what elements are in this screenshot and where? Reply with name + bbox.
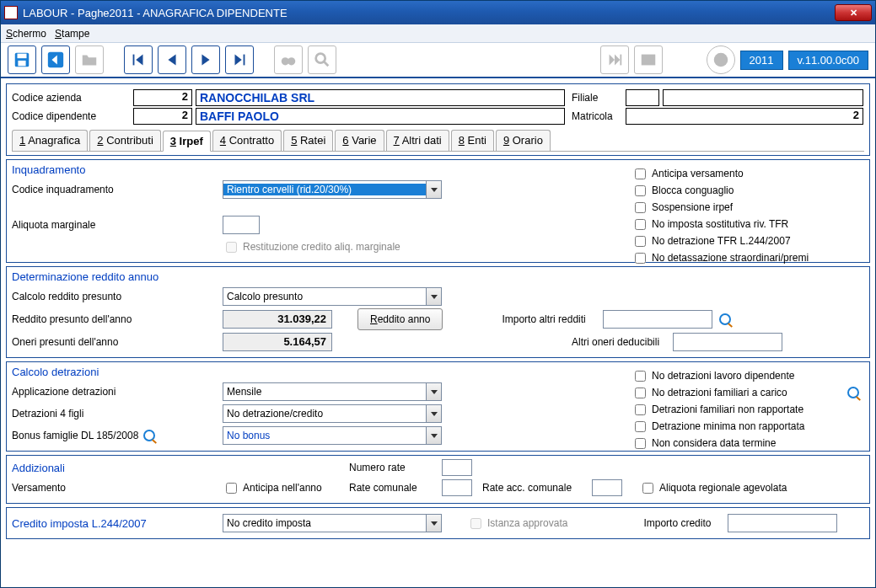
image-button[interactable] (634, 45, 663, 74)
prev-button[interactable] (158, 45, 186, 74)
bonus-famiglie-select[interactable]: No bonus (223, 426, 442, 445)
codice-dipendente-field[interactable]: 2 (133, 108, 192, 125)
magnifier-icon[interactable] (719, 313, 731, 325)
dipendente-name-field[interactable]: BAFFI PAOLO (196, 108, 565, 125)
folder-button[interactable] (75, 45, 104, 74)
version-badge: v.11.00.0c00 (788, 51, 868, 70)
back-icon (46, 51, 65, 69)
chk-no-detassazione[interactable]: No detassazione straordinari/premi (631, 249, 859, 266)
search-button[interactable] (308, 45, 336, 74)
search-icon (313, 51, 331, 69)
codice-azienda-label: Codice azienda (12, 92, 130, 104)
save-button[interactable] (8, 45, 36, 74)
matricola-field[interactable]: 2 (626, 108, 863, 125)
filiale-name-field[interactable] (663, 89, 863, 106)
numero-rate-field[interactable] (442, 459, 472, 476)
oneri-presunti-label: Oneri presunti dell'anno (12, 336, 223, 348)
azienda-name-field[interactable]: RANOCCHILAB SRL (196, 89, 565, 106)
first-button[interactable] (124, 45, 153, 74)
svg-rect-4 (133, 55, 135, 66)
folder-icon (80, 51, 99, 69)
filiale-label: Filiale (572, 92, 622, 104)
status-circle (707, 45, 735, 74)
chk-non-considera-data[interactable]: Non considera data termine (631, 435, 859, 452)
reddito-anno-button[interactable]: Reddito anno (357, 308, 443, 330)
close-button[interactable]: ✕ (835, 4, 872, 21)
window-title: LABOUR - Paghe2011 - ANAGRAFICA DIPENDEN… (23, 7, 835, 19)
chk-no-imposta-sost[interactable]: No imposta sostitutiva riv. TFR (631, 216, 859, 233)
tab-ratei[interactable]: 5 Ratei (283, 130, 333, 151)
inquadramento-panel: Inquadramento Anticipa versamento Blocca… (6, 159, 870, 263)
credito-title: Credito imposta L.244/2007 (12, 517, 223, 530)
chk-aliquota-regionale[interactable]: Aliquota regionale agevolata (639, 479, 787, 496)
tab-irpef[interactable]: 3 Irpef (163, 131, 211, 152)
chk-sospensione-irpef[interactable]: Sospensione irpef (631, 199, 859, 216)
last-button[interactable] (225, 45, 254, 74)
detrazioni-4figli-select[interactable]: No detrazione/credito (223, 404, 442, 423)
codice-dipendente-label: Codice dipendente (12, 110, 130, 122)
next-icon (196, 51, 215, 69)
chevron-down-icon (426, 383, 441, 400)
chevron-down-icon (426, 405, 441, 422)
chevron-down-icon (426, 181, 441, 198)
calcolo-presunto-label: Calcolo reddito presunto (12, 291, 223, 302)
tab-contratto[interactable]: 4 Contratto (212, 130, 282, 151)
magnifier-icon[interactable] (847, 387, 859, 398)
altri-oneri-field[interactable] (673, 333, 782, 351)
circle-icon (712, 51, 730, 69)
chk-blocca-conguaglio[interactable]: Blocca conguaglio (631, 182, 859, 199)
chk-anticipa-versamento[interactable]: Anticipa versamento (631, 165, 859, 182)
tab-varie[interactable]: 6 Varie (335, 130, 384, 151)
binoculars-button[interactable] (274, 45, 303, 74)
chk-anticipa-anno[interactable]: Anticipa nell'anno (223, 479, 349, 496)
applicazione-detrazioni-select[interactable]: Mensile (223, 382, 442, 401)
codice-azienda-field[interactable]: 2 (133, 89, 192, 106)
addizionali-panel: Addizionali Numero rate Versamento Antic… (6, 455, 870, 504)
importo-altri-redditi-field[interactable] (603, 310, 712, 329)
chk-no-detrazione-tfr[interactable]: No detrazione TFR L.244/2007 (631, 233, 859, 249)
first-icon (129, 51, 148, 69)
rate-acc-comunale-field[interactable] (592, 479, 622, 496)
importo-credito-label: Importo credito (643, 517, 728, 529)
tab-anagrafica[interactable]: 1 Anagrafica (12, 130, 88, 151)
back-button[interactable] (41, 45, 70, 74)
chevron-down-icon (426, 515, 441, 532)
filiale-code-field[interactable] (626, 89, 659, 106)
year-badge: 2011 (740, 51, 783, 70)
tab-enti[interactable]: 8 Enti (451, 130, 494, 151)
credito-imposta-select[interactable]: No credito imposta (223, 514, 442, 532)
applicazione-detrazioni-label: Applicazione detrazioni (12, 386, 223, 398)
altri-oneri-label: Altri oneri deducibili (572, 336, 673, 348)
importo-credito-field[interactable] (728, 514, 837, 532)
codice-inquadramento-select[interactable]: Rientro cervelli (rid.20/30%) (223, 180, 442, 199)
menubar: Schermo Stampe (1, 24, 875, 43)
rate-comunale-label: Rate comunale (349, 482, 442, 494)
menu-schermo[interactable]: Schermo (6, 28, 46, 40)
chk-detrazione-minima[interactable]: Detrazione minima non rapportata (631, 418, 859, 435)
svg-rect-11 (641, 55, 655, 66)
prev-icon (163, 51, 181, 69)
addizionali-title: Addizionali (12, 462, 223, 474)
svg-rect-10 (620, 55, 621, 66)
header-panel: Codice azienda 2 RANOCCHILAB SRL Filiale… (6, 83, 870, 156)
tab-contributi[interactable]: 2 Contributi (89, 130, 160, 151)
tab-orario[interactable]: 9 Orario (496, 130, 551, 151)
svg-rect-1 (18, 54, 27, 58)
chk-no-detrazioni-lavoro[interactable]: No detrazioni lavoro dipendente (631, 367, 859, 384)
next-button[interactable] (191, 45, 220, 74)
calcolo-presunto-select[interactable]: Calcolo presunto (223, 287, 442, 306)
skip-last-button[interactable] (600, 45, 629, 74)
aliquota-marginale-label: Aliquota marginale (12, 219, 223, 231)
chk-no-detrazioni-fam[interactable]: No detrazioni familiari a carico (631, 384, 859, 401)
svg-point-12 (713, 53, 728, 67)
chk-detrazioni-rapportate[interactable]: Detrazioni familiari non rapportate (631, 401, 859, 418)
binoculars-icon (279, 51, 298, 69)
determinazione-title: Determinazione reddito annuo (12, 270, 864, 283)
chk-restituzione: Restituzione credito aliq. marginale (223, 238, 400, 255)
menu-stampe[interactable]: Stampe (55, 28, 89, 40)
rate-comunale-field[interactable] (442, 479, 472, 496)
bonus-famiglie-label: Bonus famiglie DL 185/2008 (12, 430, 138, 441)
aliquota-marginale-field[interactable] (223, 216, 260, 234)
magnifier-icon[interactable] (143, 430, 155, 441)
tab-altri-dati[interactable]: 7 Altri dati (386, 130, 449, 151)
